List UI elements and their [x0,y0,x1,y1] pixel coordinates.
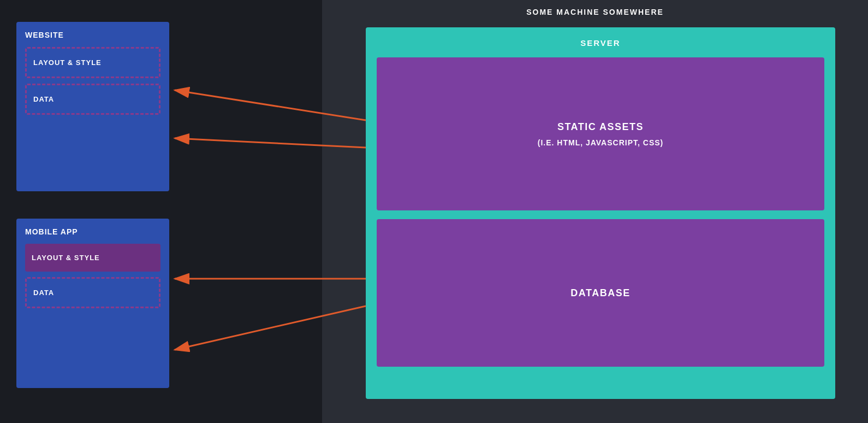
website-box: WEBSITE LAYOUT & STYLE DATA [16,22,169,191]
mobile-layout-style-label: LAYOUT & STYLE [32,254,100,262]
database-box: DATABASE [377,219,824,367]
database-title: DATABASE [570,287,630,299]
website-data-box: DATA [25,84,160,115]
mobile-box: MOBILE APP LAYOUT & STYLE DATA [16,219,169,388]
server-box: SERVER STATIC ASSETS (I.E. HTML, JAVASCR… [366,27,835,399]
server-title: SERVER [377,38,824,48]
mobile-title: MOBILE APP [25,227,160,236]
mobile-layout-style-box: LAYOUT & STYLE [25,244,160,272]
mobile-data-box: DATA [25,277,160,308]
website-layout-style-label: LAYOUT & STYLE [33,58,102,67]
website-data-label: DATA [33,95,54,103]
machine-label: SOME MACHINE SOMEWHERE [526,8,664,16]
static-assets-title: STATIC ASSETS [557,121,644,133]
website-title: WEBSITE [25,31,160,39]
right-panel: SOME MACHINE SOMEWHERE SERVER STATIC ASS… [322,0,868,423]
mobile-data-label: DATA [33,289,54,297]
static-assets-box: STATIC ASSETS (I.E. HTML, JAVASCRIPT, CS… [377,57,824,210]
static-assets-subtitle: (I.E. HTML, JAVASCRIPT, CSS) [538,138,664,147]
website-layout-style-box: LAYOUT & STYLE [25,47,160,78]
